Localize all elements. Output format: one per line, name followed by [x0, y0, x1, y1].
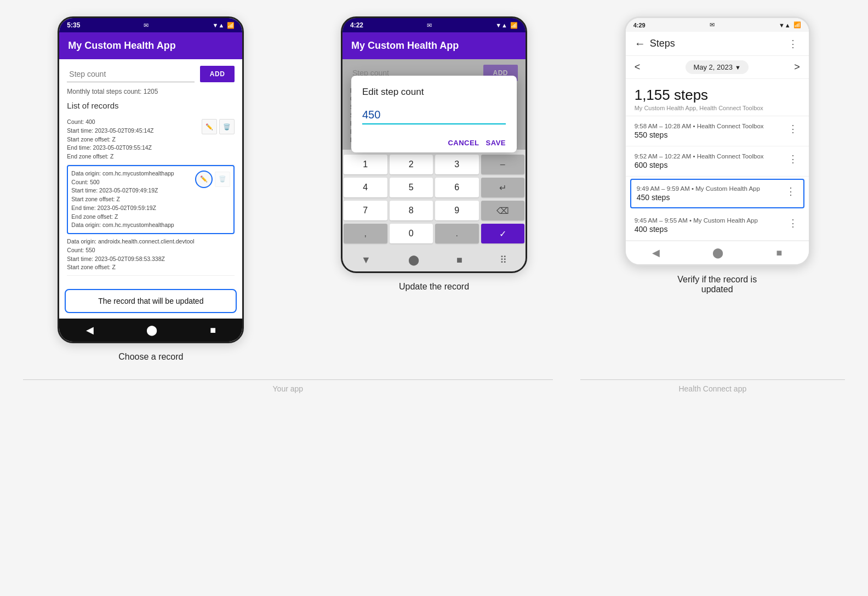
steps-summary: 1,155 steps My Custom Health App, Health… [626, 79, 809, 116]
keyboard-row-3: 7 8 9 ⌫ [342, 200, 526, 221]
recents-nav-icon-1[interactable]: ■ [210, 325, 216, 336]
record-item-1: Count: 400 Start time: 2023-05-02T09:45:… [67, 115, 235, 165]
hc-title-text: Steps [650, 38, 675, 49]
record-info-1: Count: 400 Start time: 2023-05-02T09:45:… [67, 118, 202, 161]
key-3[interactable]: 3 [435, 155, 479, 174]
status-bar-1: 5:35 ✉ ▼▲ 📶 [59, 18, 242, 32]
wifi-icon-2: ▼▲ [495, 22, 507, 29]
hc-record-2-steps: 600 steps [635, 161, 764, 169]
hc-records-list: 9:58 AM – 10:28 AM • Health Connect Tool… [626, 116, 809, 241]
keyboard-row-2: 4 5 6 ↵ [342, 177, 526, 198]
key-period[interactable]: . [435, 224, 479, 243]
status-icons-1: ▼▲ 📶 [213, 22, 235, 29]
three-dot-3[interactable]: ⋮ [784, 185, 798, 197]
bottom-nav-3: ◀ ⬤ ■ [626, 241, 809, 264]
key-return[interactable]: ↵ [481, 178, 525, 197]
keyboard-nav-icon-2[interactable]: ⠿ [500, 254, 507, 266]
step-count-input-1[interactable] [67, 66, 195, 82]
back-nav-icon-3[interactable]: ◀ [652, 247, 660, 259]
signal-icon-1: 📶 [227, 22, 235, 29]
hc-header: ← Steps ⋮ [626, 32, 809, 56]
divider-left [23, 379, 553, 380]
record-info-3: Data origin: androidx.health.connect.cli… [67, 237, 235, 272]
column-1: 5:35 ✉ ▼▲ 📶 My Custom Health App ADD [23, 16, 279, 362]
edit-btn-1[interactable]: ✏️ [202, 119, 217, 134]
bottom-nav-2: ▼ ⬤ ■ ⠿ [342, 248, 526, 271]
three-dot-2[interactable]: ⋮ [786, 153, 800, 165]
key-0[interactable]: 0 [390, 224, 433, 243]
delete-btn-1[interactable]: 🗑️ [219, 119, 235, 134]
recents-nav-icon-2[interactable]: ■ [456, 254, 462, 266]
status-icons-2: ▼▲ 📶 [495, 22, 518, 29]
hc-record-4-steps: 400 steps [635, 225, 758, 234]
status-icon-email-1: ✉ [144, 22, 149, 29]
list-title-1: List of records [67, 101, 235, 110]
recents-nav-icon-3[interactable]: ■ [776, 247, 783, 259]
total-steps: 1,155 steps [635, 87, 800, 104]
dialog-save-button[interactable]: SAVE [486, 139, 506, 147]
hc-record-4: 9:45 AM – 9:55 AM • My Custom Health App… [626, 211, 809, 241]
back-arrow-icon[interactable]: ← [635, 37, 646, 50]
home-nav-icon-1[interactable]: ⬤ [146, 324, 157, 336]
dialog-cancel-button[interactable]: CANCEL [448, 139, 479, 147]
keyboard-row-1: 1 2 3 – [342, 154, 526, 175]
key-6[interactable]: 6 [435, 178, 479, 197]
key-4[interactable]: 4 [344, 178, 387, 197]
phone-frame-1: 5:35 ✉ ▼▲ 📶 My Custom Health App ADD [58, 16, 244, 343]
edit-btn-2-highlighted[interactable]: ✏️ [195, 171, 213, 188]
key-8[interactable]: 8 [390, 201, 433, 220]
app-title-1: My Custom Health App [68, 40, 175, 51]
bottom-nav-1: ◀ ⬤ ■ [59, 319, 242, 342]
dialog-title: Edit step count [362, 87, 506, 98]
hc-record-3-steps: 450 steps [637, 193, 760, 202]
add-button-1[interactable]: ADD [200, 66, 235, 82]
hc-record-1-info: 9:58 AM – 10:28 AM • Health Connect Tool… [635, 123, 764, 139]
dropdown-icon: ▼ [735, 64, 741, 71]
annotation-container-1: The record that will be updated [59, 282, 242, 319]
delete-btn-2[interactable]: 🗑️ [215, 172, 230, 187]
hc-record-2-info: 9:52 AM – 10:22 AM • Health Connect Tool… [635, 153, 764, 169]
hc-record-3-info: 9:49 AM – 9:59 AM • My Custom Health App… [637, 185, 760, 202]
key-1[interactable]: 1 [344, 155, 387, 174]
key-5[interactable]: 5 [390, 178, 433, 197]
back-nav-icon-2[interactable]: ▼ [361, 254, 371, 266]
status-bar-3: 4:29 ✉ ▼▲ 📶 [626, 18, 809, 32]
three-dot-header[interactable]: ⋮ [786, 38, 800, 50]
phone-3: 4:29 ✉ ▼▲ 📶 ← Steps ⋮ [624, 16, 810, 266]
steps-sources: My Custom Health App, Health Connect Too… [635, 105, 800, 111]
time-1: 5:35 [67, 21, 80, 29]
prev-date-icon[interactable]: < [635, 61, 641, 73]
key-backspace[interactable]: ⌫ [481, 201, 525, 220]
key-7[interactable]: 7 [344, 201, 387, 220]
bottom-label-your-app: Your app [23, 375, 553, 393]
dialog-input[interactable] [362, 106, 506, 124]
key-comma[interactable]: , [344, 224, 387, 243]
keyboard-row-4: , 0 . ✓ [342, 223, 526, 244]
home-nav-icon-2[interactable]: ⬤ [408, 254, 419, 266]
hc-record-1-steps: 550 steps [635, 130, 764, 139]
three-dot-1[interactable]: ⋮ [786, 123, 800, 135]
back-nav-icon-1[interactable]: ◀ [86, 324, 94, 336]
column-3: 4:29 ✉ ▼▲ 📶 ← Steps ⋮ [589, 16, 845, 294]
next-date-icon[interactable]: > [794, 61, 800, 73]
home-nav-icon-3[interactable]: ⬤ [712, 247, 723, 259]
keyboard: 1 2 3 – 4 5 6 ↵ 7 8 [342, 150, 526, 248]
app-title-2: My Custom Health App [351, 40, 459, 51]
key-2[interactable]: 2 [390, 155, 433, 174]
date-pill[interactable]: May 2, 2023 ▼ [686, 60, 748, 74]
key-9[interactable]: 9 [435, 201, 479, 220]
phone-frame-2: 4:22 ✉ ▼▲ 📶 My Custom Health App [341, 16, 527, 273]
key-minus[interactable]: – [481, 155, 525, 174]
status-icon-email-2: ✉ [427, 22, 432, 29]
annotation-box-1: The record that will be updated [65, 289, 237, 313]
record-actions-1: ✏️ 🗑️ [202, 118, 235, 134]
key-confirm[interactable]: ✓ [481, 224, 525, 243]
caption-1: Choose a record [118, 352, 183, 362]
phone2-body: ADD Data origin: com.hc.mycustomhealthap… [342, 59, 526, 248]
dialog-actions: CANCEL SAVE [362, 133, 506, 152]
hc-record-1-time: 9:58 AM – 10:28 AM • Health Connect Tool… [635, 123, 764, 129]
three-dot-4[interactable]: ⋮ [786, 217, 800, 229]
record-item-2-highlighted: Data origin: com.hc.mycustomhealthapp Co… [67, 165, 235, 234]
status-bar-2: 4:22 ✉ ▼▲ 📶 [342, 18, 526, 32]
column-2: 4:22 ✉ ▼▲ 📶 My Custom Health App [306, 16, 562, 292]
